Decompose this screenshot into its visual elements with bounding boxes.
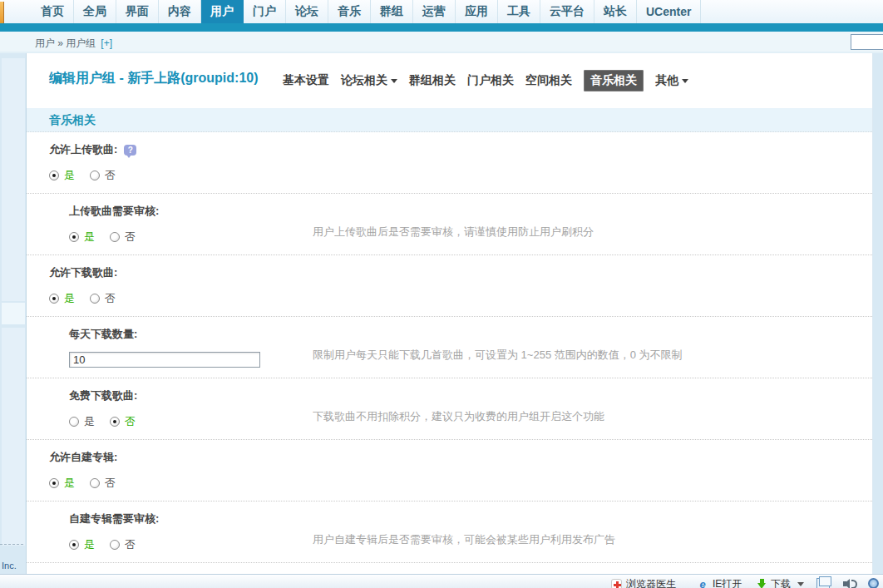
field-allow-create-album: 允许自建专辑: 是 否 xyxy=(27,440,872,502)
download-button[interactable]: 下载 xyxy=(757,577,804,588)
radio-group: 是 否 xyxy=(49,476,872,490)
settings-tab-bar: 基本设置 论坛相关 群组相关 门户相关 空间相关 音乐相关 其他 xyxy=(283,70,688,91)
radio-yes[interactable] xyxy=(69,540,79,550)
field-hint: 用户上传歌曲后是否需要审核，请谨慎使用防止用户刷积分 xyxy=(313,225,594,240)
quick-search-input[interactable] xyxy=(851,34,883,50)
chevron-down-icon xyxy=(391,79,397,83)
nav-tab-content[interactable]: 内容 xyxy=(159,0,201,23)
radio-no[interactable] xyxy=(110,417,120,427)
radio-no[interactable] xyxy=(90,294,100,304)
field-allow-edit-album: 允许编辑专辑: xyxy=(27,563,872,574)
chevron-down-icon xyxy=(682,79,688,83)
field-hint: 下载歌曲不用扣除积分，建议只为收费的用户组开启这个功能 xyxy=(313,409,604,424)
radio-no-label[interactable]: 否 xyxy=(105,291,116,306)
field-daily-download-limit: 每天下载数量: 限制用户每天只能下载几首歌曲，可设置为 1~255 范围内的数值… xyxy=(27,317,872,378)
radio-yes-label[interactable]: 是 xyxy=(84,230,95,245)
nav-tab-webmaster[interactable]: 站长 xyxy=(594,0,637,23)
main-content-panel: 编辑用户组 - 新手上路(groupid:10) 基本设置 论坛相关 群组相关 … xyxy=(26,53,873,574)
left-edge-strip: Inc. xyxy=(0,55,25,574)
nav-tab-home[interactable]: 首页 xyxy=(32,0,74,23)
radio-group: 是 否 xyxy=(49,168,872,182)
footer-copyright-fragment: Inc. xyxy=(2,561,17,571)
section-title: 音乐相关 xyxy=(49,113,96,128)
daily-download-limit-input[interactable] xyxy=(69,352,260,368)
nav-tab-group[interactable]: 群组 xyxy=(371,0,413,23)
breadcrumb-expand-link[interactable]: [+] xyxy=(101,37,112,49)
radio-yes[interactable] xyxy=(69,417,79,427)
field-free-download: 免费下载歌曲: 是 否 下载歌曲不用扣除积分，建议只为收费的用户组开启这个功能 xyxy=(27,378,872,440)
logo-fragment xyxy=(0,2,4,23)
radio-no-label[interactable]: 否 xyxy=(105,168,116,183)
download-icon xyxy=(757,579,767,588)
tab-group-related[interactable]: 群组相关 xyxy=(409,73,456,88)
radio-yes[interactable] xyxy=(49,170,59,180)
nav-tab-music[interactable]: 音乐 xyxy=(328,0,371,23)
ie-icon xyxy=(697,579,708,588)
tab-music-related[interactable]: 音乐相关 xyxy=(584,70,644,91)
nav-tab-ucenter[interactable]: UCenter xyxy=(637,0,701,23)
field-label: 允许下载歌曲: xyxy=(49,265,872,280)
field-album-needs-review: 自建专辑需要审核: 是 否 用户自建专辑后是否需要审核，可能会被某些用户利用发布… xyxy=(27,502,872,563)
field-label: 每天下载数量: xyxy=(69,327,872,342)
left-panel-highlight-fragment xyxy=(2,303,25,324)
nav-tab-portal[interactable]: 门户 xyxy=(244,0,286,23)
field-label: 免费下载歌曲: xyxy=(69,388,872,403)
field-hint: 限制用户每天只能下载几首歌曲，可设置为 1~255 范围内的数值，0 为不限制 xyxy=(313,348,683,363)
field-allow-download-songs: 允许下载歌曲: 是 否 xyxy=(27,255,872,317)
left-panel-fragment xyxy=(2,58,25,301)
radio-group: 是 否 xyxy=(49,291,872,305)
nav-tab-interface[interactable]: 界面 xyxy=(116,0,159,23)
radio-yes[interactable] xyxy=(69,232,79,242)
field-allow-upload-songs: 允许上传歌曲: ? 是 否 xyxy=(27,132,872,194)
tab-basic-settings[interactable]: 基本设置 xyxy=(283,73,329,88)
radio-no-label[interactable]: 否 xyxy=(125,230,136,245)
nav-tab-apps[interactable]: 应用 xyxy=(456,0,498,23)
nav-tab-users[interactable]: 用户 xyxy=(201,0,244,23)
field-label: 允许上传歌曲: ? xyxy=(49,142,872,157)
tab-portal-related[interactable]: 门户相关 xyxy=(467,73,514,88)
top-navigation: 首页 全局 界面 内容 用户 门户 论坛 音乐 群组 运营 应用 工具 云平台 … xyxy=(0,0,883,23)
field-label: 上传歌曲需要审核: xyxy=(69,204,872,219)
breadcrumb-row: 用户 » 用户组[+] xyxy=(0,32,883,53)
window-panels-icon[interactable] xyxy=(816,578,830,588)
tab-other[interactable]: 其他 xyxy=(655,73,688,88)
field-upload-needs-review: 上传歌曲需要审核: 是 否 用户上传歌曲后是否需要审核，请谨慎使用防止用户刷积分 xyxy=(27,194,872,255)
nav-tab-operation[interactable]: 运营 xyxy=(413,0,456,23)
breadcrumb: 用户 » 用户组[+] xyxy=(35,37,112,51)
field-label: 允许自建专辑: xyxy=(49,450,872,465)
radio-yes[interactable] xyxy=(49,478,59,488)
radio-yes-label[interactable]: 是 xyxy=(64,476,75,491)
footer-divider-fragment xyxy=(0,544,23,545)
browser-doctor-icon xyxy=(611,579,622,588)
nav-tab-forum[interactable]: 论坛 xyxy=(286,0,328,23)
help-icon[interactable]: ? xyxy=(124,145,136,156)
nav-tab-tools[interactable]: 工具 xyxy=(498,0,540,23)
radio-yes-label[interactable]: 是 xyxy=(84,414,95,429)
tab-forum-related[interactable]: 论坛相关 xyxy=(341,73,397,88)
radio-no[interactable] xyxy=(110,232,120,242)
page-title: 编辑用户组 - 新手上路(groupid:10) xyxy=(49,70,259,87)
nav-tab-cloud[interactable]: 云平台 xyxy=(540,0,594,23)
chevron-down-icon xyxy=(797,582,804,586)
radio-yes-label[interactable]: 是 xyxy=(84,537,95,552)
radio-no-label[interactable]: 否 xyxy=(105,476,116,491)
radio-no-label[interactable]: 否 xyxy=(125,414,136,429)
open-in-ie-label: IE打开 xyxy=(713,577,742,588)
open-in-ie-button[interactable]: IE打开 xyxy=(697,577,742,588)
radio-yes-label[interactable]: 是 xyxy=(64,291,75,306)
radio-no[interactable] xyxy=(90,170,100,180)
browser-doctor-button[interactable]: 浏览器医生 xyxy=(611,577,676,588)
bottom-toolbar: 浏览器医生 IE打开 下载 xyxy=(0,574,883,588)
circle-icon[interactable] xyxy=(868,578,879,588)
tab-space-related[interactable]: 空间相关 xyxy=(525,73,572,88)
radio-no[interactable] xyxy=(90,478,100,488)
speaker-icon[interactable] xyxy=(843,579,858,588)
nav-tab-global[interactable]: 全局 xyxy=(74,0,116,23)
browser-doctor-label: 浏览器医生 xyxy=(626,577,676,588)
nav-underline-bar xyxy=(0,23,883,32)
radio-yes[interactable] xyxy=(49,294,59,304)
section-header-band: 音乐相关 xyxy=(27,108,872,132)
radio-no-label[interactable]: 否 xyxy=(125,537,136,552)
radio-no[interactable] xyxy=(110,540,120,550)
radio-yes-label[interactable]: 是 xyxy=(64,168,75,183)
